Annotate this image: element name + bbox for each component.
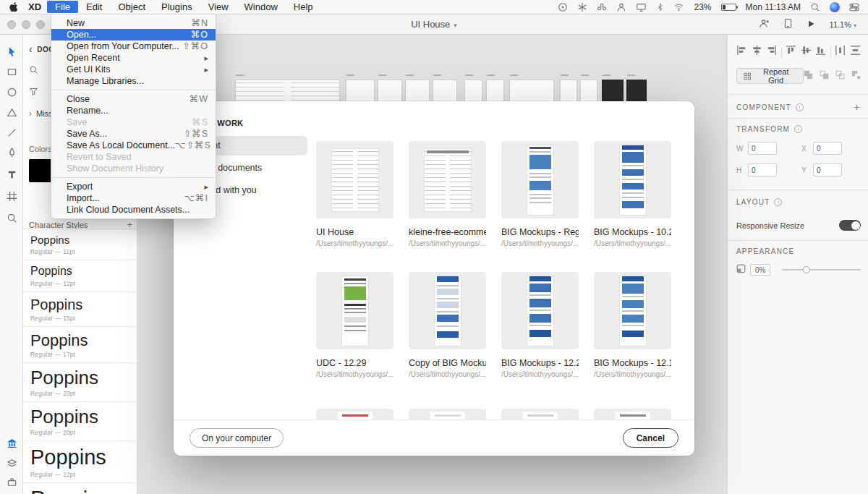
polygon-tool[interactable] <box>0 103 23 122</box>
document-thumbnail-partial[interactable] <box>316 409 393 420</box>
document-thumbnail[interactable] <box>409 272 486 349</box>
document-thumbnail[interactable] <box>316 272 393 349</box>
file-menu-item-open-from-your-computer[interactable]: Open from Your Computer...⇧⌘O <box>51 41 216 52</box>
play-icon[interactable] <box>807 18 815 31</box>
file-menu-item-link-cloud-document-assets[interactable]: Link Cloud Document Assets... <box>51 204 216 216</box>
file-menu-item-open-recent[interactable]: Open Recent <box>51 52 216 64</box>
line-tool[interactable] <box>0 123 23 142</box>
file-menu-item-open[interactable]: Open...⌘O <box>51 29 216 41</box>
file-menu-item-save-as-local-document[interactable]: Save As Local Document...⌥⇧⌘S <box>51 140 216 151</box>
file-menu-item-close[interactable]: Close⌘W <box>51 93 216 105</box>
document-thumbnail[interactable] <box>501 272 579 349</box>
document-card[interactable]: Copy of BIG Mockup.../Users/timothyyoung… <box>409 272 486 378</box>
share-user-icon[interactable] <box>759 18 770 32</box>
x-input[interactable] <box>813 142 842 155</box>
opacity-slider[interactable] <box>782 269 861 271</box>
document-card[interactable]: UDC - 12.29/Users/timothyyoungs/... <box>316 272 393 378</box>
artboard-thumbnail[interactable] <box>346 80 375 104</box>
align-center-horizontal-icon[interactable] <box>752 45 762 59</box>
character-style-item[interactable]: PoppinsRegular — 20pt <box>23 402 137 441</box>
character-style-item[interactable]: PoppinsRegular — 17pt <box>23 327 137 363</box>
file-menu-item-import[interactable]: Import...⌥⌘I <box>51 192 216 204</box>
zoom-tool[interactable] <box>0 208 23 227</box>
file-menu-item-rename[interactable]: Rename... <box>51 105 216 116</box>
zoom-level[interactable]: 11.1% <box>830 20 856 29</box>
distribute-horizontal-icon[interactable] <box>835 45 846 59</box>
on-your-computer-button[interactable]: On your computer <box>190 428 284 448</box>
character-style-item[interactable]: PoppinsRegular — 15pt <box>23 292 137 327</box>
add-component-button[interactable] <box>854 101 861 113</box>
menubar-clock[interactable]: Mon 11:13 AM <box>746 2 801 12</box>
document-card[interactable]: kleine-free-ecomme.../Users/timothyyoung… <box>409 141 486 247</box>
responsive-resize-toggle[interactable] <box>839 220 861 231</box>
file-menu-item-get-ui-kits[interactable]: Get UI Kits <box>51 64 216 75</box>
align-bottom-icon[interactable] <box>815 45 826 59</box>
cancel-button[interactable]: Cancel <box>623 428 678 448</box>
align-left-icon[interactable] <box>736 45 747 59</box>
document-thumbnail[interactable] <box>409 141 486 218</box>
document-card[interactable]: BIG Mockups - 10.20/Users/timothyyoungs/… <box>594 141 671 247</box>
height-input[interactable] <box>748 163 777 176</box>
artboard-tool[interactable] <box>0 187 23 205</box>
repeat-grid-button[interactable]: Repeat Grid <box>736 68 804 84</box>
menubar-menu-file[interactable]: File <box>47 1 78 13</box>
y-input[interactable] <box>813 163 842 176</box>
pen-tool[interactable] <box>0 143 23 162</box>
character-style-item[interactable]: PoppinsRegular — 22pt <box>23 441 137 482</box>
width-input[interactable] <box>748 142 777 155</box>
status-user-icon[interactable] <box>616 2 626 12</box>
opacity-value[interactable]: 0% <box>750 264 770 276</box>
spotlight-search-icon[interactable] <box>810 2 820 12</box>
character-style-item[interactable]: PoppinsRegular — 12pt <box>23 260 137 292</box>
menubar-menu-edit[interactable]: Edit <box>78 1 110 13</box>
document-card[interactable]: BIG Mockups - Rege.../Users/timothyyoung… <box>501 141 579 247</box>
character-style-item[interactable]: Poppins <box>23 483 137 494</box>
menubar-menu-view[interactable]: View <box>200 1 237 13</box>
document-thumbnail-partial[interactable] <box>409 409 486 420</box>
artboard-thumbnail[interactable] <box>509 80 554 104</box>
document-thumbnail-partial[interactable] <box>501 409 579 420</box>
status-snowflake-icon[interactable] <box>577 2 587 12</box>
menubar-menu-plugins[interactable]: Plugins <box>153 1 200 13</box>
menubar-menu-object[interactable]: Object <box>110 1 153 13</box>
menubar-menu-help[interactable]: Help <box>286 1 321 13</box>
text-tool[interactable] <box>0 165 23 184</box>
document-card[interactable]: UI House/Users/timothyyoungs/... <box>316 141 393 247</box>
artboard-thumbnail[interactable] <box>405 80 430 104</box>
character-style-item[interactable]: PoppinsRegular — 20pt <box>23 363 137 402</box>
boolean-subtract-icon[interactable] <box>820 69 829 82</box>
select-tool[interactable] <box>0 42 23 61</box>
document-thumbnail[interactable] <box>594 141 671 218</box>
distribute-vertical-icon[interactable] <box>850 45 861 59</box>
artboard-thumbnail[interactable] <box>235 80 340 104</box>
app-menu-xd[interactable]: XD <box>28 1 41 12</box>
document-thumbnail-partial[interactable] <box>594 409 671 420</box>
menubar-menu-window[interactable]: Window <box>237 1 286 13</box>
align-top-icon[interactable] <box>786 45 796 59</box>
layers-icon[interactable] <box>0 453 23 472</box>
siri-icon[interactable] <box>830 2 840 12</box>
document-thumbnail[interactable] <box>501 141 579 218</box>
character-style-item[interactable]: PoppinsRegular — 11pt <box>23 229 137 260</box>
boolean-add-icon[interactable] <box>804 69 813 82</box>
info-icon[interactable] <box>794 125 802 133</box>
file-menu-item-export[interactable]: Export <box>51 181 216 192</box>
artboard-thumbnail[interactable] <box>464 80 482 104</box>
info-icon[interactable] <box>796 103 804 111</box>
apple-menu-icon[interactable] <box>9 1 18 12</box>
boolean-exclude-icon[interactable] <box>851 69 861 82</box>
plugins-icon[interactable] <box>0 472 23 491</box>
document-card[interactable]: BIG Mockups - 12.14/Users/timothyyoungs/… <box>594 272 671 378</box>
file-menu-item-save-as[interactable]: Save As...⇧⌘S <box>51 128 216 140</box>
artboard-thumbnail[interactable] <box>378 80 402 104</box>
battery-icon[interactable] <box>721 4 736 11</box>
artboard-thumbnail[interactable] <box>626 80 647 104</box>
libraries-icon[interactable] <box>0 433 23 452</box>
file-menu-item-manage-libraries[interactable]: Manage Libraries... <box>51 75 216 87</box>
artboard-thumbnail[interactable] <box>560 80 577 104</box>
wifi-icon[interactable] <box>673 2 684 12</box>
document-thumbnail[interactable] <box>316 141 393 218</box>
ellipse-tool[interactable] <box>0 82 23 101</box>
back-chevron-icon[interactable] <box>29 43 33 55</box>
artboard-thumbnail[interactable] <box>486 80 504 104</box>
